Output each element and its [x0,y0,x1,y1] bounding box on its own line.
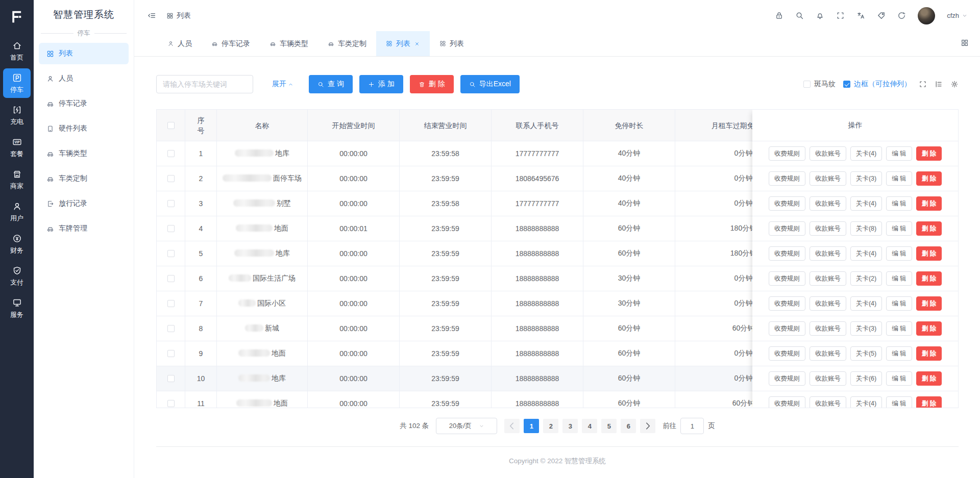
gate-button[interactable]: 关卡(5) [850,346,882,361]
delete-row-button[interactable]: 删 除 [916,296,942,311]
edit-button[interactable]: 编 辑 [886,171,912,186]
delete-button[interactable]: 删 除 [410,75,454,93]
sidebar-item-list[interactable]: 列表 [39,43,129,64]
delete-row-button[interactable]: 删 除 [916,321,942,336]
table-row[interactable]: 9地面00:00:0023:59:591888888888860分钟0分钟 [157,341,812,366]
tab-列表-5[interactable]: 列表 [430,31,474,56]
page-size-select[interactable]: 20条/页 [436,418,497,434]
fee-rules-button[interactable]: 收费规则 [769,321,805,336]
translate-icon[interactable] [856,11,865,20]
sidebar-item-park-records[interactable]: 停车记录 [39,93,129,114]
expand-toggle[interactable]: 展开 [272,80,293,89]
rail-item-merchant[interactable]: 商家 [3,165,31,194]
page-button-3[interactable]: 3 [562,419,578,433]
table-row[interactable]: 3别墅00:00:0023:59:581777777777740分钟0分钟 [157,191,812,216]
edit-button[interactable]: 编 辑 [886,346,912,361]
sidebar-item-pass-records[interactable]: 放行记录 [39,193,129,214]
edit-button[interactable]: 编 辑 [886,296,912,311]
table-row[interactable]: 4地面00:00:0123:59:591888888888860分钟180分钟 [157,216,812,241]
tab-layout-icon[interactable] [961,39,969,47]
row-checkbox[interactable] [167,250,175,257]
row-checkbox[interactable] [167,200,175,207]
gate-button[interactable]: 关卡(4) [850,196,882,211]
gear-icon[interactable] [950,80,959,88]
row-checkbox[interactable] [167,150,175,157]
payment-account-button[interactable]: 收款账号 [810,396,846,408]
delete-row-button[interactable]: 删 除 [916,221,942,236]
edit-button[interactable]: 编 辑 [886,371,912,386]
search-icon[interactable] [795,11,804,20]
edit-button[interactable]: 编 辑 [886,196,912,211]
border-toggle[interactable]: 边框（可拉伸列） [843,80,911,89]
fee-rules-button[interactable]: 收费规则 [769,146,805,161]
prev-page-button[interactable] [504,419,520,433]
payment-account-button[interactable]: 收款账号 [810,196,846,211]
gate-button[interactable]: 关卡(4) [850,246,882,261]
delete-row-button[interactable]: 删 除 [916,271,942,286]
fee-rules-button[interactable]: 收费规则 [769,396,805,408]
user-menu[interactable]: cfzh [947,12,968,19]
table-row[interactable]: 6国际生活广场00:00:0023:59:591888888888830分钟0分… [157,266,812,291]
tab-列表-4[interactable]: 列表 [376,31,430,56]
rail-item-package[interactable]: VIP套餐 [3,133,31,162]
rail-item-home[interactable]: 首页 [3,36,31,66]
table-row[interactable]: 11地面00:00:0023:59:591888888888860分钟60分钟 [157,391,812,408]
zebra-toggle[interactable]: 斑马纹 [803,80,836,89]
delete-row-button[interactable]: 删 除 [916,196,942,211]
tab-人员-0[interactable]: 人员 [158,31,202,56]
gate-button[interactable]: 关卡(4) [850,146,882,161]
fee-rules-button[interactable]: 收费规则 [769,271,805,286]
collapse-sidebar-icon[interactable] [148,11,156,20]
delete-row-button[interactable]: 删 除 [916,371,942,386]
fee-rules-button[interactable]: 收费规则 [769,346,805,361]
edit-button[interactable]: 编 辑 [886,271,912,286]
row-checkbox[interactable] [167,225,175,232]
rail-item-parking[interactable]: 停车 [3,68,31,98]
sidebar-item-vehicle-type[interactable]: 车辆类型 [39,143,129,164]
row-checkbox[interactable] [167,175,175,182]
rail-item-payment[interactable]: 支付 [3,261,31,291]
rail-item-charging[interactable]: 充电 [3,100,31,130]
sidebar-item-class-custom[interactable]: 车类定制 [39,168,129,189]
avatar[interactable] [918,7,935,24]
payment-account-button[interactable]: 收款账号 [810,246,846,261]
payment-account-button[interactable]: 收款账号 [810,221,846,236]
delete-row-button[interactable]: 删 除 [916,346,942,361]
payment-account-button[interactable]: 收款账号 [810,146,846,161]
tab-停车记录-1[interactable]: 停车记录 [202,31,260,56]
gate-button[interactable]: 关卡(3) [850,321,882,336]
gate-button[interactable]: 关卡(4) [850,296,882,311]
payment-account-button[interactable]: 收款账号 [810,346,846,361]
fullscreen-icon[interactable] [836,11,845,20]
rail-item-user[interactable]: 用户 [3,197,31,227]
rail-item-finance[interactable]: 财务 [3,229,31,259]
gate-button[interactable]: 关卡(4) [850,396,882,408]
page-button-5[interactable]: 5 [601,419,617,433]
payment-account-button[interactable]: 收款账号 [810,171,846,186]
row-checkbox[interactable] [167,375,175,382]
row-checkbox[interactable] [167,275,175,282]
payment-account-button[interactable]: 收款账号 [810,371,846,386]
app-logo[interactable] [0,0,34,34]
payment-account-button[interactable]: 收款账号 [810,271,846,286]
delete-row-button[interactable]: 删 除 [916,146,942,161]
table-row[interactable]: 7国际小区00:00:0023:59:591888888888830分钟0分钟 [157,291,812,316]
row-checkbox[interactable] [167,400,175,407]
bell-icon[interactable] [816,11,824,20]
refresh-icon[interactable] [897,11,906,20]
gate-button[interactable]: 关卡(8) [850,221,882,236]
page-button-4[interactable]: 4 [582,419,597,433]
tab-车类定制-3[interactable]: 车类定制 [318,31,376,56]
page-button-1[interactable]: 1 [524,419,539,433]
fullscreen-icon[interactable] [919,80,927,88]
payment-account-button[interactable]: 收款账号 [810,321,846,336]
edit-button[interactable]: 编 辑 [886,246,912,261]
fee-rules-button[interactable]: 收费规则 [769,196,805,211]
row-checkbox[interactable] [167,350,175,357]
gate-button[interactable]: 关卡(2) [850,271,882,286]
edit-button[interactable]: 编 辑 [886,321,912,336]
add-button[interactable]: 添 加 [359,75,403,93]
zebra-checkbox[interactable] [803,81,811,88]
payment-account-button[interactable]: 收款账号 [810,296,846,311]
column-sort-icon[interactable] [935,80,943,88]
